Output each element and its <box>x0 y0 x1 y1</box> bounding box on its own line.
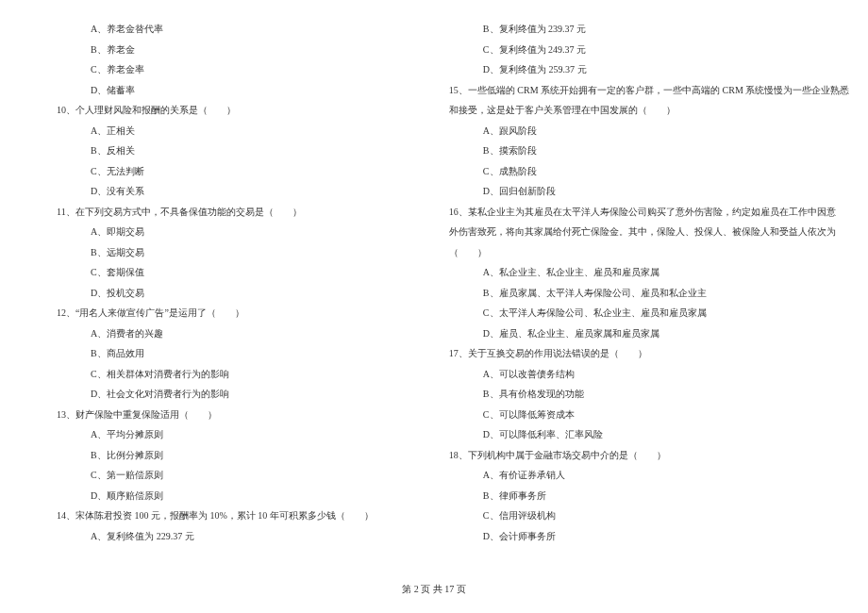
q17-stem: 17、关于互换交易的作用说法错误的是（ ） <box>430 343 849 364</box>
q16-option-c: C、太平洋人寿保险公司、私企业主、雇员和雇员家属 <box>430 303 849 323</box>
q10-option-c: C、无法判断 <box>38 161 374 182</box>
q10-option-d: D、没有关系 <box>38 181 374 202</box>
q13-option-d: D、顺序赔偿原则 <box>38 486 374 506</box>
q18-stem: 18、下列机构中属于金融市场交易中介的是（ ） <box>430 445 849 466</box>
q16-stem-line3: （ ） <box>430 242 849 263</box>
q13-option-a: A、平均分摊原则 <box>38 424 374 445</box>
q16-stem-line2: 外伤害致死，将向其家属给付死亡保险金。其中，保险人、投保人、被保险人和受益人依次… <box>430 222 849 242</box>
q13-option-b: B、比例分摊原则 <box>38 445 374 466</box>
q11-option-a: A、即期交易 <box>38 222 374 242</box>
q11-option-c: C、套期保值 <box>38 262 374 283</box>
q13-option-c: C、第一赔偿原则 <box>38 465 374 486</box>
q15-option-c: C、成熟阶段 <box>430 161 849 182</box>
q10-stem: 10、个人理财风险和报酬的关系是（ ） <box>38 100 374 121</box>
q18-option-c: C、信用评级机构 <box>430 505 849 526</box>
q11-option-b: B、远期交易 <box>38 242 374 263</box>
q18-option-b: B、律师事务所 <box>430 486 849 506</box>
q13-stem: 13、财产保险中重复保险适用（ ） <box>38 405 374 425</box>
q16-stem-line1: 16、某私企业主为其雇员在太平洋人寿保险公司购买了意外伤害险，约定如雇员在工作中… <box>430 202 849 223</box>
q9-option-b: B、养老金 <box>38 40 374 60</box>
q11-stem: 11、在下列交易方式中，不具备保值功能的交易是（ ） <box>38 202 374 223</box>
q15-option-d: D、回归创新阶段 <box>430 181 849 202</box>
q9-option-d: D、储蓄率 <box>38 80 374 101</box>
q17-option-b: B、具有价格发现的功能 <box>430 384 849 405</box>
page-body: A、养老金替代率 B、养老金 C、养老金率 D、储蓄率 10、个人理财风险和报酬… <box>0 0 868 575</box>
q17-option-c: C、可以降低筹资成本 <box>430 405 849 425</box>
q17-option-a: A、可以改善债务结构 <box>430 364 849 385</box>
q11-option-d: D、投机交易 <box>38 283 374 304</box>
q16-option-a: A、私企业主、私企业主、雇员和雇员家属 <box>430 262 849 283</box>
q15-option-a: A、跟风阶段 <box>430 121 849 141</box>
q10-option-a: A、正相关 <box>38 121 374 141</box>
q15-stem-line2: 和接受，这是处于客户关系管理在中国发展的（ ） <box>430 100 849 121</box>
q12-stem: 12、“用名人来做宣传广告”是运用了（ ） <box>38 303 374 323</box>
q12-option-a: A、消费者的兴趣 <box>38 323 374 344</box>
q12-option-d: D、社会文化对消费者行为的影响 <box>38 384 374 405</box>
q14-stem: 14、宋体陈君投资 100 元，报酬率为 10%，累计 10 年可积累多少钱（ … <box>38 505 374 526</box>
q14-option-c: C、复利终值为 249.37 元 <box>430 40 849 60</box>
q10-option-b: B、反相关 <box>38 141 374 161</box>
right-column: B、复利终值为 239.37 元 C、复利终值为 249.37 元 D、复利终值… <box>402 19 849 575</box>
q12-option-c: C、相关群体对消费者行为的影响 <box>38 364 374 385</box>
page-footer: 第 2 页 共 17 页 <box>0 583 868 596</box>
q9-option-c: C、养老金率 <box>38 59 374 80</box>
q15-stem-line1: 15、一些低端的 CRM 系统开始拥有一定的客户群，一些中高端的 CRM 系统慢… <box>430 80 849 101</box>
q14-option-a: A、复利终值为 229.37 元 <box>38 526 374 547</box>
left-column: A、养老金替代率 B、养老金 C、养老金率 D、储蓄率 10、个人理财风险和报酬… <box>38 19 402 575</box>
q12-option-b: B、商品效用 <box>38 343 374 364</box>
q17-option-d: D、可以降低利率、汇率风险 <box>430 424 849 445</box>
q18-option-a: A、有价证券承销人 <box>430 465 849 486</box>
q14-option-b: B、复利终值为 239.37 元 <box>430 19 849 40</box>
q18-option-d: D、会计师事务所 <box>430 526 849 547</box>
q16-option-b: B、雇员家属、太平洋人寿保险公司、雇员和私企业主 <box>430 283 849 304</box>
q15-option-b: B、摸索阶段 <box>430 141 849 161</box>
q9-option-a: A、养老金替代率 <box>38 19 374 40</box>
q14-option-d: D、复利终值为 259.37 元 <box>430 59 849 80</box>
q16-option-d: D、雇员、私企业主、雇员家属和雇员家属 <box>430 323 849 344</box>
